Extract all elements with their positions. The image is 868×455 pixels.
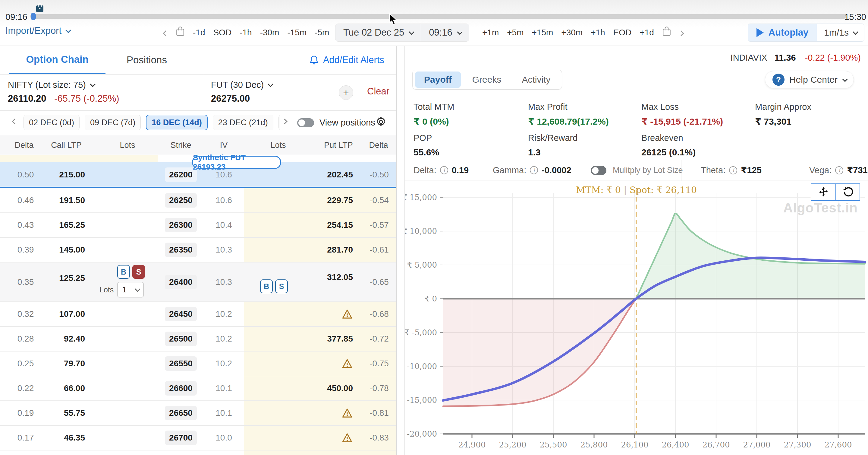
- future-dropdown[interactable]: FUT (30 Dec): [211, 80, 272, 90]
- timeline-slider[interactable]: [30, 14, 846, 19]
- expiry-chip-3[interactable]: 23 DEC (21d): [213, 115, 273, 130]
- strike-cell[interactable]: 26300: [164, 218, 197, 232]
- strike-cell[interactable]: 26650: [164, 406, 197, 420]
- basket-marker-icon[interactable]: [36, 3, 44, 13]
- table-row-strike-26600[interactable]: 0.2266.002660010.1450.00-0.78: [0, 376, 396, 401]
- lots-select[interactable]: 1: [117, 282, 144, 297]
- table-row-strike-26250[interactable]: 0.46191.502625010.6229.75-0.54: [0, 188, 396, 213]
- autoplay-button[interactable]: Autoplay: [748, 24, 817, 41]
- instrument-dropdown[interactable]: NIFTY (Lot size: 75): [8, 80, 94, 90]
- time-dropdown[interactable]: 09:16: [421, 24, 469, 41]
- call-ltp[interactable]: 191.50: [42, 196, 85, 205]
- strike-cell[interactable]: 26400: [164, 275, 197, 289]
- add-instrument-button[interactable]: +: [339, 85, 353, 100]
- put-ltp[interactable]: [307, 433, 353, 443]
- put-ltp[interactable]: 312.05: [307, 273, 353, 282]
- step-back--15m[interactable]: -15m: [287, 28, 307, 37]
- put-ltp[interactable]: [307, 408, 353, 418]
- add-edit-alerts-button[interactable]: Add/Edit Alerts: [309, 46, 384, 74]
- step-forward-icon[interactable]: [679, 28, 683, 37]
- help-center-button[interactable]: ? Help Center: [765, 71, 854, 88]
- table-row-strike-26450[interactable]: 0.32107.002645010.2-0.68: [0, 302, 396, 327]
- step-forward-+1m[interactable]: +1m: [482, 28, 499, 37]
- strike-cell[interactable]: 26250: [164, 193, 197, 207]
- put-ltp[interactable]: 450.00: [307, 383, 353, 393]
- put-ltp[interactable]: 229.75: [307, 196, 353, 205]
- table-row-strike-26350[interactable]: 0.39145.002635010.3281.70-0.61: [0, 238, 396, 262]
- tab-positions[interactable]: Positions: [127, 46, 167, 74]
- call-ltp[interactable]: 79.70: [42, 359, 85, 368]
- step-forward-+15m[interactable]: +15m: [532, 28, 553, 37]
- import-export-button[interactable]: Import/Export: [5, 25, 70, 36]
- call-ltp[interactable]: 46.35: [42, 433, 85, 443]
- call-ltp[interactable]: 165.25: [42, 220, 85, 230]
- basket-prev-icon[interactable]: [176, 27, 185, 38]
- call-ltp[interactable]: 92.40: [42, 334, 85, 344]
- speed-dropdown[interactable]: 1m/1s: [817, 24, 864, 41]
- call-ltp[interactable]: 145.00: [42, 245, 85, 255]
- call-buy-button[interactable]: B: [117, 265, 130, 279]
- step-forward-+5m[interactable]: +5m: [507, 28, 524, 37]
- put-ltp[interactable]: [307, 359, 353, 369]
- strike-cell[interactable]: 26450: [164, 307, 197, 321]
- step-forward-+1h[interactable]: +1h: [591, 28, 605, 37]
- tab-greeks[interactable]: Greeks: [463, 72, 510, 88]
- date-dropdown[interactable]: Tue 02 Dec 25: [336, 24, 421, 41]
- step-back--1d[interactable]: -1d: [193, 28, 205, 37]
- strike-cell[interactable]: 26600: [164, 381, 197, 396]
- step-forward-EOD[interactable]: EOD: [613, 28, 632, 37]
- info-icon[interactable]: i: [729, 166, 737, 174]
- put-ltp[interactable]: 254.15: [307, 220, 353, 230]
- strike-cell[interactable]: 26500: [164, 332, 197, 346]
- panel-scroll-gutter[interactable]: [397, 46, 405, 455]
- strike-cell[interactable]: 26350: [164, 243, 197, 257]
- info-icon[interactable]: i: [530, 166, 538, 174]
- step-back-icon[interactable]: [164, 28, 167, 37]
- table-row-strike-26550[interactable]: 0.2579.702655010.2-0.75: [0, 351, 396, 376]
- put-ltp[interactable]: 377.85: [307, 334, 353, 344]
- expiry-chip-2[interactable]: 16 DEC (14d): [146, 115, 208, 130]
- table-row-strike-26400[interactable]: 0.35125.252640010.3312.05-0.65BSLots1BS: [0, 262, 396, 302]
- expiry-chip-0[interactable]: 02 DEC (0d): [24, 115, 80, 130]
- put-ltp[interactable]: 202.45: [307, 170, 353, 179]
- tab-activity[interactable]: Activity: [513, 72, 559, 88]
- call-sell-button[interactable]: S: [132, 265, 145, 279]
- basket-next-icon[interactable]: [662, 27, 671, 38]
- tab-payoff[interactable]: Payoff: [415, 72, 461, 88]
- expiry-next-icon[interactable]: [283, 119, 287, 124]
- step-forward-+30m[interactable]: +30m: [561, 28, 583, 37]
- step-back-SOD[interactable]: SOD: [213, 28, 231, 37]
- strike-cell[interactable]: 26550: [164, 356, 197, 371]
- table-row-strike-26650[interactable]: 0.1955.752665010.1-0.81: [0, 401, 396, 426]
- expiry-chip-1[interactable]: 09 DEC (7d): [85, 115, 141, 130]
- put-buy-button[interactable]: B: [260, 279, 273, 293]
- call-ltp[interactable]: 125.25: [42, 273, 85, 283]
- table-row-strike-26700[interactable]: 0.1746.352670010.0-0.83: [0, 426, 396, 451]
- table-row-strike-26300[interactable]: 0.43165.252630010.4254.15-0.57: [0, 213, 396, 238]
- call-ltp[interactable]: 66.00: [42, 383, 85, 393]
- put-ltp[interactable]: 281.70: [307, 245, 353, 255]
- timeline-slider-handle[interactable]: [31, 13, 36, 20]
- put-sell-button[interactable]: S: [275, 279, 288, 293]
- strike-cell[interactable]: 26700: [164, 431, 197, 445]
- expiry-chip-4[interactable]: 30 DEC (: [278, 115, 280, 130]
- info-icon[interactable]: i: [440, 166, 448, 174]
- call-ltp[interactable]: 107.00: [42, 309, 85, 319]
- clear-button[interactable]: Clear: [367, 86, 390, 97]
- table-row-strike-26500[interactable]: 0.2892.402650010.2377.85-0.72: [0, 327, 396, 351]
- view-positions-toggle[interactable]: [297, 118, 314, 127]
- put-ltp[interactable]: [307, 309, 353, 319]
- pan-button[interactable]: [811, 184, 835, 200]
- call-ltp[interactable]: 215.00: [42, 170, 85, 179]
- multiply-lot-size-toggle[interactable]: [591, 166, 607, 175]
- step-forward-+1d[interactable]: +1d: [640, 28, 654, 37]
- call-ltp[interactable]: 55.75: [42, 408, 85, 418]
- expiry-prev-icon[interactable]: [13, 119, 17, 124]
- reset-view-button[interactable]: [835, 184, 860, 200]
- settings-gear-icon[interactable]: [375, 116, 387, 129]
- step-back--1h[interactable]: -1h: [240, 28, 252, 37]
- tab-option-chain[interactable]: Option Chain: [9, 46, 105, 74]
- strike-cell[interactable]: 26200: [164, 167, 197, 182]
- step-back--5m[interactable]: -5m: [315, 28, 329, 37]
- step-back--30m[interactable]: -30m: [260, 28, 279, 37]
